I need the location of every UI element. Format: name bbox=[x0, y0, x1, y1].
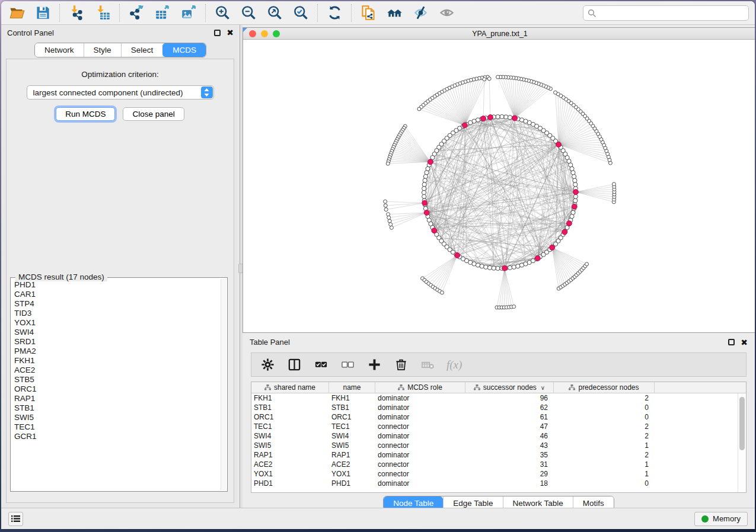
run-mcds-button[interactable]: Run MCDS bbox=[56, 107, 115, 121]
table-cell: PHD1 bbox=[251, 479, 329, 488]
window-minimize-traffic-light[interactable] bbox=[261, 30, 268, 37]
show-columns-icon[interactable] bbox=[286, 357, 302, 373]
delete-table-icon[interactable] bbox=[420, 357, 435, 373]
export-network-icon[interactable] bbox=[128, 5, 145, 21]
table-cell: ACE2 bbox=[251, 460, 329, 469]
table-row[interactable]: ORC1ORC1dominator610 bbox=[251, 412, 738, 422]
mcds-result-item[interactable]: STB1 bbox=[13, 403, 220, 413]
export-table-icon[interactable] bbox=[154, 5, 171, 21]
table-row[interactable]: SWI5SWI5connector431 bbox=[251, 441, 738, 450]
mcds-result-item[interactable]: STB5 bbox=[13, 375, 220, 384]
mcds-result-item[interactable]: RAP1 bbox=[13, 394, 220, 403]
tab-select[interactable]: Select bbox=[121, 43, 163, 57]
table-row[interactable]: YOX1YOX1connector291 bbox=[251, 469, 738, 479]
list-icon bbox=[11, 515, 20, 523]
mcds-result-item[interactable]: PHD1 bbox=[13, 280, 220, 290]
zoom-fit-icon[interactable] bbox=[266, 5, 283, 21]
window-close-traffic-light[interactable] bbox=[249, 30, 256, 37]
tab-style[interactable]: Style bbox=[84, 43, 121, 57]
select-all-icon[interactable] bbox=[313, 357, 328, 373]
refresh-icon[interactable] bbox=[326, 5, 343, 21]
table-cell: connector bbox=[375, 441, 465, 450]
table-cell: 1 bbox=[554, 470, 655, 478]
zoom-in-icon[interactable] bbox=[214, 5, 231, 21]
clone-network-icon[interactable] bbox=[360, 5, 377, 21]
network-graph bbox=[243, 40, 755, 332]
table-cell: FKH1 bbox=[329, 394, 375, 402]
import-network-icon[interactable] bbox=[68, 5, 85, 21]
tab-network[interactable]: Network bbox=[35, 43, 84, 57]
zoom-selected-icon[interactable] bbox=[292, 5, 309, 21]
tab-mcds[interactable]: MCDS bbox=[162, 43, 206, 57]
criterion-select[interactable]: largest connected component (undirected) bbox=[27, 85, 214, 100]
table-toolbar: f(x) bbox=[251, 352, 747, 377]
mcds-result-item[interactable]: FKH1 bbox=[13, 356, 220, 366]
network-titlebar[interactable]: YPA_prune.txt_1 bbox=[243, 28, 755, 40]
table-row[interactable]: STB1STB1dominator620 bbox=[251, 403, 738, 412]
column-header-name[interactable]: name bbox=[329, 382, 375, 393]
table-cell: 0 bbox=[554, 479, 655, 488]
table-cell: 0 bbox=[554, 413, 655, 421]
window-maximize-traffic-light[interactable] bbox=[273, 30, 280, 37]
table-row[interactable]: ACE2ACE2connector311 bbox=[251, 460, 738, 469]
search-input[interactable] bbox=[583, 5, 749, 21]
table-cell: 0 bbox=[554, 403, 655, 412]
table-row[interactable]: RAP1RAP1dominator352 bbox=[251, 450, 738, 460]
table-cell: 2 bbox=[554, 394, 655, 402]
open-file-icon[interactable] bbox=[8, 5, 25, 21]
table-cell: 1 bbox=[554, 441, 655, 450]
table-body[interactable]: FKH1FKH1dominator962STB1STB1dominator620… bbox=[251, 393, 738, 492]
import-table-icon[interactable] bbox=[94, 5, 111, 21]
column-header-MCDS-role[interactable]: MCDS role bbox=[375, 382, 465, 393]
column-header-successor-nodes[interactable]: successor nodes∨ bbox=[465, 382, 554, 393]
table-cell: RAP1 bbox=[329, 451, 375, 459]
mcds-result-list[interactable]: PHD1CAR1STP4TID3YOX1SWI4SRD1PMA2FKH1ACE2… bbox=[13, 280, 220, 490]
table-cell: dominator bbox=[375, 432, 465, 440]
zoom-out-icon[interactable] bbox=[240, 5, 257, 21]
mcds-result-item[interactable]: GCR1 bbox=[13, 432, 220, 441]
hide-details-icon[interactable] bbox=[412, 5, 429, 21]
column-header-shared-name[interactable]: shared name bbox=[251, 382, 329, 393]
close-panel-button[interactable]: Close panel bbox=[123, 107, 184, 121]
mcds-result-item[interactable]: TID3 bbox=[13, 309, 220, 318]
table-cell: 1 bbox=[554, 460, 655, 469]
mcds-result-item[interactable]: SRD1 bbox=[13, 337, 220, 347]
close-panel-icon[interactable]: ✖ bbox=[227, 28, 234, 37]
mcds-result-item[interactable]: TEC1 bbox=[13, 422, 220, 432]
mcds-result-item[interactable]: SWI4 bbox=[13, 328, 220, 337]
table-row[interactable]: FKH1FKH1dominator962 bbox=[251, 393, 738, 403]
mcds-result-item[interactable]: STP4 bbox=[13, 299, 220, 309]
mcds-result-item[interactable]: CAR1 bbox=[13, 290, 220, 299]
mcds-result-item[interactable]: ORC1 bbox=[13, 384, 220, 394]
mcds-result-item[interactable]: ACE2 bbox=[13, 366, 220, 375]
table-scrollbar[interactable] bbox=[738, 393, 746, 492]
mcds-result-item[interactable]: YOX1 bbox=[13, 318, 220, 328]
mcds-result-item[interactable]: PMA2 bbox=[13, 347, 220, 356]
memory-label: Memory bbox=[713, 514, 741, 523]
float-panel-icon[interactable] bbox=[214, 30, 221, 36]
mcds-list-scrollbar[interactable] bbox=[221, 279, 226, 490]
show-panels-button[interactable] bbox=[8, 512, 23, 526]
network-view-frame: YPA_prune.txt_1 bbox=[243, 27, 755, 333]
delete-column-icon[interactable] bbox=[393, 357, 409, 373]
table-settings-icon[interactable] bbox=[260, 357, 275, 373]
show-details-icon[interactable] bbox=[438, 5, 455, 21]
add-column-icon[interactable] bbox=[366, 357, 382, 373]
mcds-result-item[interactable]: SWI5 bbox=[13, 413, 220, 422]
memory-button[interactable]: Memory bbox=[694, 512, 748, 526]
float-table-panel-icon[interactable] bbox=[728, 339, 735, 345]
function-builder-icon[interactable]: f(x) bbox=[446, 358, 462, 371]
application-window: Control Panel ✖ NetworkStyleSelectMCDS O… bbox=[1, 1, 755, 529]
network-canvas[interactable] bbox=[243, 40, 755, 332]
table-row[interactable]: SWI4SWI4dominator462 bbox=[251, 431, 738, 441]
first-neighbors-icon[interactable] bbox=[386, 5, 403, 21]
table-cell: dominator bbox=[375, 403, 465, 412]
table-row[interactable]: PHD1PHD1dominator180 bbox=[251, 479, 738, 488]
deselect-all-icon[interactable] bbox=[340, 357, 355, 373]
table-row[interactable]: TEC1TEC1connector472 bbox=[251, 422, 738, 431]
column-header-predecessor-nodes[interactable]: predecessor nodes bbox=[554, 382, 655, 393]
save-icon[interactable] bbox=[34, 5, 51, 21]
table-scrollbar-thumb[interactable] bbox=[739, 397, 745, 450]
close-table-panel-icon[interactable]: ✖ bbox=[741, 338, 748, 347]
export-image-icon[interactable] bbox=[180, 5, 197, 21]
